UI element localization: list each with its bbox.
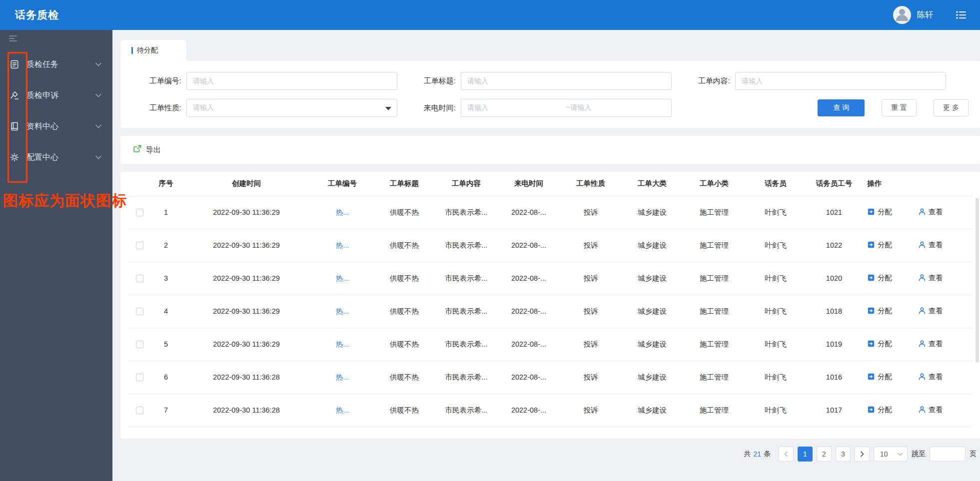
row-checkbox[interactable] — [136, 407, 143, 414]
cell-index: 3 — [150, 262, 181, 295]
more-button[interactable]: 更 多 — [934, 99, 969, 116]
cell-category: 城乡建设 — [621, 196, 683, 229]
cell-call-time: 2022-08-... — [497, 196, 560, 229]
export-button[interactable]: 导出 — [132, 144, 161, 155]
view-label: 查看 — [929, 240, 943, 250]
row-checkbox[interactable] — [136, 242, 143, 249]
sidebar-item-data-center[interactable]: 资料中心 — [0, 111, 112, 142]
order-nature-select[interactable]: 请输入 — [186, 99, 397, 117]
jump-unit: 页 — [970, 450, 977, 459]
cell-agent: 叶剑飞 — [745, 262, 806, 295]
assign-button[interactable]: 分配 — [867, 240, 892, 250]
cell-created-time: 2022-09-30 11:36:28 — [181, 427, 311, 439]
cell-subcategory: 施工管理 — [683, 394, 745, 427]
assign-button[interactable]: 分配 — [867, 273, 892, 283]
search-button[interactable]: 查 询 — [818, 99, 865, 116]
select-caret-icon — [385, 107, 391, 110]
filter-panel: 工单编号: 工单标题: 工单内容: 工单性质: 请输入 — [120, 61, 980, 128]
page-size-select[interactable]: 10 — [874, 447, 908, 462]
checkbox-cell — [128, 361, 150, 394]
cell-index: 1 — [150, 196, 181, 229]
cell-order-title: 供暖不热 — [373, 361, 435, 394]
call-time-range-input[interactable]: 请输入 ~请输入 — [461, 99, 672, 117]
chevron-down-icon — [95, 124, 101, 128]
username[interactable]: 陈轩 — [917, 10, 933, 20]
order-title-input[interactable] — [461, 72, 672, 90]
total-suffix: 条 — [764, 450, 771, 459]
table-row: 8 2022-09-30 11:36:28 热... 供暖不热 市民表示希...… — [128, 427, 973, 439]
order-code-link[interactable]: 热... — [311, 361, 373, 394]
order-no-input[interactable] — [186, 72, 397, 90]
view-button[interactable]: 查看 — [918, 273, 943, 283]
view-button[interactable]: 查看 — [918, 240, 943, 250]
cell-category: 城乡建设 — [621, 328, 683, 361]
view-button[interactable]: 查看 — [918, 372, 943, 382]
order-code-link[interactable]: 热... — [311, 229, 373, 262]
sidebar-item-quality-tasks[interactable]: 质检任务 — [0, 49, 112, 80]
table-scrollbar[interactable] — [976, 198, 979, 363]
view-button[interactable]: 查看 — [918, 405, 943, 415]
view-button[interactable]: 查看 — [918, 306, 943, 316]
order-content-input[interactable] — [735, 72, 946, 90]
order-code-link[interactable]: 热... — [311, 196, 373, 229]
checkbox-cell — [128, 196, 150, 229]
view-button[interactable]: 查看 — [918, 207, 943, 217]
view-label: 查看 — [929, 438, 943, 439]
cell-subcategory: 施工管理 — [683, 196, 745, 229]
cell-order-title: 供暖不热 — [373, 328, 435, 361]
table-row: 4 2022-09-30 11:36:29 热... 供暖不热 市民表示希...… — [128, 295, 973, 328]
prev-page-button[interactable] — [779, 447, 794, 462]
order-code-link[interactable]: 热... — [311, 295, 373, 328]
assign-button[interactable]: 分配 — [867, 339, 892, 349]
col-agent: 话务员 — [745, 172, 806, 196]
cell-call-time: 2022-08-... — [497, 295, 560, 328]
sidebar: 质检任务 质检申诉 — [0, 30, 112, 481]
view-label: 查看 — [929, 339, 943, 349]
row-checkbox[interactable] — [136, 209, 143, 216]
tab-pending-assignment[interactable]: 待分配 — [120, 40, 186, 61]
cell-index: 7 — [150, 394, 181, 427]
cell-order-content: 市民表示希... — [435, 196, 497, 229]
cell-created-time: 2022-09-30 11:36:29 — [181, 262, 311, 295]
col-order-title: 工单标题 — [373, 172, 435, 196]
sidebar-item-config-center[interactable]: 配置中心 — [0, 142, 112, 173]
assign-button[interactable]: 分配 — [867, 207, 892, 217]
assign-button[interactable]: 分配 — [867, 438, 892, 439]
cell-order-nature: 投诉 — [560, 361, 621, 394]
page-button-3[interactable]: 3 — [836, 447, 851, 462]
assign-button[interactable]: 分配 — [867, 405, 892, 415]
range-start-placeholder: 请输入 — [467, 103, 566, 112]
assign-button[interactable]: 分配 — [867, 372, 892, 382]
order-code-link[interactable]: 热... — [311, 328, 373, 361]
page-button-2[interactable]: 2 — [817, 447, 832, 462]
col-category: 工单大类 — [621, 172, 683, 196]
gear-icon — [8, 152, 20, 162]
row-checkbox[interactable] — [136, 275, 143, 282]
order-code-link[interactable]: 热... — [311, 394, 373, 427]
view-button[interactable]: 查看 — [918, 438, 943, 439]
cell-order-content: 市民表示希... — [435, 229, 497, 262]
row-checkbox[interactable] — [136, 341, 143, 348]
gavel-icon — [8, 90, 20, 100]
cell-created-time: 2022-09-30 11:36:28 — [181, 394, 311, 427]
sidebar-collapse-icon[interactable] — [9, 35, 18, 44]
call-time-label: 来电时间: — [415, 103, 456, 113]
sidebar-item-quality-appeals[interactable]: 质检申诉 — [0, 80, 112, 111]
view-label: 查看 — [929, 372, 943, 382]
header-list-menu-icon[interactable] — [955, 9, 967, 21]
row-checkbox[interactable] — [136, 308, 143, 315]
library-icon — [8, 121, 20, 131]
assign-button[interactable]: 分配 — [867, 306, 892, 316]
reset-button[interactable]: 重 置 — [882, 99, 917, 116]
cell-call-time: 2022-08-... — [497, 229, 560, 262]
row-checkbox[interactable] — [136, 374, 143, 381]
cell-index: 4 — [150, 295, 181, 328]
jump-page-input[interactable] — [930, 447, 966, 462]
next-page-button[interactable] — [855, 447, 870, 462]
order-code-link[interactable]: 热... — [311, 262, 373, 295]
order-code-link[interactable]: 热... — [311, 427, 373, 439]
view-button[interactable]: 查看 — [918, 339, 943, 349]
user-avatar[interactable] — [893, 6, 911, 24]
order-content-label: 工单内容: — [689, 76, 730, 86]
page-button-1[interactable]: 1 — [798, 447, 813, 462]
